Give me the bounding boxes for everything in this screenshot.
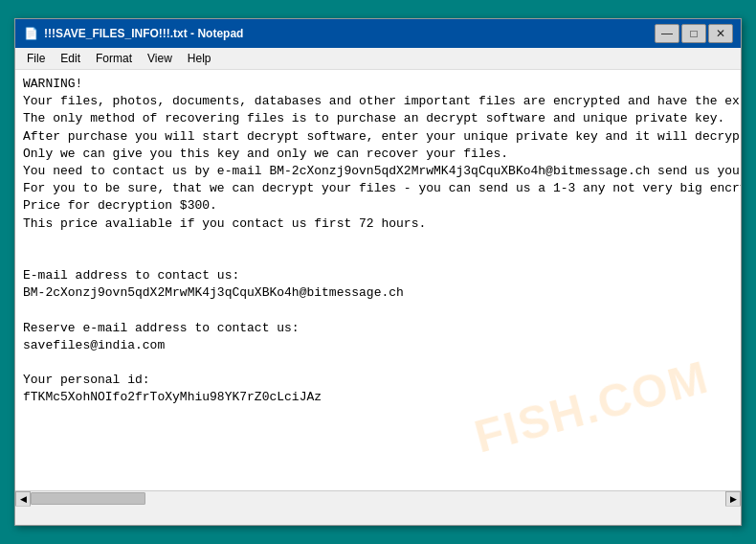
scroll-left-button[interactable]: ◀ [15,491,31,507]
menu-format[interactable]: Format [88,50,140,67]
notepad-window: 📄 !!!SAVE_FILES_INFO!!!.txt - Notepad — … [14,18,742,526]
horizontal-scrollbar[interactable]: ◀ ▶ [15,490,741,506]
status-bar [15,506,741,525]
window-controls: — □ ✕ [655,24,733,43]
editor-area: WARNING! Your files, photos, documents, … [15,70,741,490]
title-bar: 📄 !!!SAVE_FILES_INFO!!!.txt - Notepad — … [15,19,741,48]
menu-help[interactable]: Help [180,50,219,67]
menu-file[interactable]: File [19,50,53,67]
menu-edit[interactable]: Edit [53,50,88,67]
text-editor[interactable]: WARNING! Your files, photos, documents, … [15,70,741,490]
minimize-button[interactable]: — [655,24,679,43]
window-title: !!!SAVE_FILES_INFO!!!.txt - Notepad [44,27,655,40]
maximize-button[interactable]: □ [681,24,706,43]
scroll-thumb[interactable] [31,492,145,505]
scroll-track[interactable] [31,491,725,507]
menu-view[interactable]: View [140,50,180,67]
close-button[interactable]: ✕ [708,24,733,43]
menu-bar: File Edit Format View Help [15,48,741,70]
window-icon: 📄 [23,26,38,41]
scroll-right-button[interactable]: ▶ [725,491,741,507]
